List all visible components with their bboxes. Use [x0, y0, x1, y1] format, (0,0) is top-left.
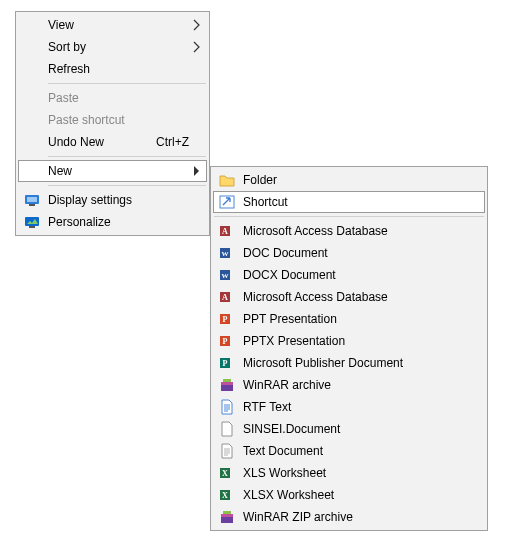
winrar-icon [219, 377, 235, 393]
menu-item-label: View [48, 18, 189, 32]
menu-item-label: Microsoft Access Database [243, 290, 467, 304]
submenu-item-docx-document[interactable]: DOCX Document [213, 264, 485, 286]
menu-item-label: PPTX Presentation [243, 334, 467, 348]
menu-item-label: Text Document [243, 444, 467, 458]
menu-separator [48, 185, 206, 186]
submenu-item-rtf-text[interactable]: RTF Text [213, 396, 485, 418]
menu-item-label: RTF Text [243, 400, 467, 414]
menu-separator [214, 216, 484, 217]
submenu-item-pptx-presentation[interactable]: PPTX Presentation [213, 330, 485, 352]
access-icon [219, 289, 235, 305]
text-document-icon [219, 443, 235, 459]
submenu-item-shortcut[interactable]: Shortcut [213, 191, 485, 213]
menu-item-paste-shortcut: Paste shortcut [18, 109, 207, 131]
menu-item-label: WinRAR archive [243, 378, 467, 392]
menu-item-label: DOC Document [243, 246, 467, 260]
menu-item-sort-by[interactable]: Sort by [18, 36, 207, 58]
menu-item-label: Personalize [48, 215, 189, 229]
menu-item-label: Microsoft Publisher Document [243, 356, 467, 370]
submenu-item-xlsx-worksheet[interactable]: XLSX Worksheet [213, 484, 485, 506]
word-icon [219, 245, 235, 261]
menu-item-label: Paste shortcut [48, 113, 189, 127]
document-icon [219, 421, 235, 437]
menu-item-label: DOCX Document [243, 268, 467, 282]
menu-item-label: New [48, 164, 189, 178]
menu-item-view[interactable]: View [18, 14, 207, 36]
menu-item-label: Display settings [48, 193, 189, 207]
menu-item-personalize[interactable]: Personalize [18, 211, 207, 233]
powerpoint-icon [219, 311, 235, 327]
menu-item-label: Paste [48, 91, 189, 105]
menu-item-undo-new[interactable]: Undo New Ctrl+Z [18, 131, 207, 153]
winrar-icon [219, 509, 235, 525]
menu-item-paste: Paste [18, 87, 207, 109]
chevron-right-icon [193, 41, 201, 53]
personalize-icon [24, 214, 40, 230]
submenu-item-winrar-zip-archive[interactable]: WinRAR ZIP archive [213, 506, 485, 528]
menu-item-label: Sort by [48, 40, 189, 54]
submenu-item-publisher-document[interactable]: Microsoft Publisher Document [213, 352, 485, 374]
folder-icon [219, 172, 235, 188]
excel-icon [219, 487, 235, 503]
submenu-item-sinsei-document[interactable]: SINSEI.Document [213, 418, 485, 440]
menu-item-display-settings[interactable]: Display settings [18, 189, 207, 211]
menu-item-label: Refresh [48, 62, 189, 76]
menu-item-label: XLSX Worksheet [243, 488, 467, 502]
menu-item-accelerator: Ctrl+Z [156, 135, 189, 149]
desktop-context-menu: View Sort by Refresh Paste Paste shortcu… [15, 11, 210, 236]
submenu-item-access-database[interactable]: Microsoft Access Database [213, 220, 485, 242]
menu-item-label: WinRAR ZIP archive [243, 510, 467, 524]
publisher-icon [219, 355, 235, 371]
display-settings-icon [24, 192, 40, 208]
excel-icon [219, 465, 235, 481]
triangle-right-icon [193, 165, 201, 177]
access-icon [219, 223, 235, 239]
menu-separator [48, 83, 206, 84]
menu-item-label: PPT Presentation [243, 312, 467, 326]
submenu-item-text-document[interactable]: Text Document [213, 440, 485, 462]
menu-item-label: Folder [243, 173, 467, 187]
menu-item-label: SINSEI.Document [243, 422, 467, 436]
powerpoint-icon [219, 333, 235, 349]
shortcut-icon [219, 194, 235, 210]
menu-separator [48, 156, 206, 157]
menu-item-label: Shortcut [243, 195, 467, 209]
menu-item-label: XLS Worksheet [243, 466, 467, 480]
menu-item-label: Undo New [48, 135, 156, 149]
submenu-item-winrar-archive[interactable]: WinRAR archive [213, 374, 485, 396]
rtf-icon [219, 399, 235, 415]
menu-item-refresh[interactable]: Refresh [18, 58, 207, 80]
chevron-right-icon [193, 19, 201, 31]
menu-item-label: Microsoft Access Database [243, 224, 467, 238]
new-submenu: Folder Shortcut Microsoft Access Databas… [210, 166, 488, 531]
submenu-item-xls-worksheet[interactable]: XLS Worksheet [213, 462, 485, 484]
submenu-item-doc-document[interactable]: DOC Document [213, 242, 485, 264]
menu-item-new[interactable]: New [18, 160, 207, 182]
word-icon [219, 267, 235, 283]
submenu-item-folder[interactable]: Folder [213, 169, 485, 191]
submenu-item-ppt-presentation[interactable]: PPT Presentation [213, 308, 485, 330]
submenu-item-access-database-2[interactable]: Microsoft Access Database [213, 286, 485, 308]
